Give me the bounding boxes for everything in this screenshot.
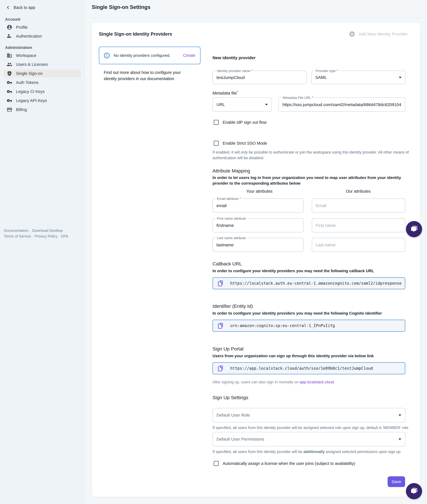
our-email-input[interactable] [315, 199, 402, 213]
chevron-down-icon [265, 104, 268, 106]
sidebar-item-label: Legacy API Keys [16, 98, 47, 103]
default-user-role-select[interactable]: Default User Role [213, 408, 405, 422]
identifier-description: In order to configure your identity prov… [213, 310, 409, 316]
back-to-app-button[interactable]: Back to app [6, 5, 35, 10]
sidebar-item-workspace[interactable]: Workspace [4, 52, 81, 60]
sidebar-item-label: Auth Tokens [16, 80, 38, 85]
footer-link-download-desktop[interactable]: Download Desktop [32, 228, 63, 233]
sign-up-portal-heading: Sign Up Portal [213, 346, 244, 352]
metadata-source-select[interactable]: URL [213, 97, 272, 112]
docs-note: Find out more about how to configure you… [104, 69, 193, 82]
copy-icon[interactable] [217, 322, 224, 329]
key-icon [7, 98, 12, 103]
default-user-role-help: If specified, all users from this identi… [213, 425, 409, 431]
sso-settings-card: Single Sign-on Identity Providers Add Ne… [92, 23, 420, 497]
app-localstack-cloud-link[interactable]: app.localstack.cloud [300, 380, 334, 384]
last-name-attribute-field: Last name attribute [213, 238, 304, 252]
account-circle-icon [7, 24, 12, 30]
callback-url-copybox[interactable]: https://localstack.auth.eu-central-1.ama… [213, 277, 405, 289]
idp-signout-row: Enable IdP sign out flow [214, 120, 267, 125]
sidebar-section-administration: Administration [5, 46, 32, 50]
footer-link-dpa[interactable]: DPA [61, 234, 68, 238]
metadata-source-value: URL [216, 102, 225, 107]
sidebar-item-authentication[interactable]: Authentication [4, 32, 81, 40]
perm-help-bold: additionally [304, 450, 325, 454]
footer-link-documentation[interactable]: Documentation [4, 228, 29, 233]
footer-link-privacy[interactable]: Privacy Policy [35, 234, 57, 238]
settings-sidebar: Back to app Account Profile Authenticati… [0, 0, 85, 504]
our-first-name-input[interactable] [315, 218, 402, 232]
email-attribute-input[interactable] [216, 199, 300, 213]
default-user-permissions-help: If specified, all users from this identi… [213, 449, 409, 455]
sign-up-portal-value: https://app.localstack.cloud/auth/sso/1e… [230, 366, 373, 371]
sidebar-item-users-licenses[interactable]: Users & Licenses [4, 61, 81, 68]
sidebar-item-label: Single Sign-on [16, 71, 43, 76]
identifier-heading: Identifier (Entity Id) [213, 303, 253, 309]
first-name-attribute-field: First name attribute [213, 218, 304, 232]
chat-widget-button[interactable] [406, 221, 422, 237]
identity-provider-name-input[interactable] [216, 71, 303, 84]
last-name-attribute-input[interactable] [216, 238, 300, 252]
callback-url-value: https://localstack.auth.eu-central-1.ama… [230, 281, 402, 286]
separator: · [31, 234, 35, 238]
chevron-down-icon [398, 414, 401, 416]
create-link[interactable]: Create [183, 53, 195, 58]
chat-widget-button[interactable] [406, 483, 422, 499]
email-attribute-field: Email attribute * [213, 198, 304, 213]
sidebar-item-label: Authentication [16, 34, 42, 39]
callback-url-heading: Callback URL [213, 261, 242, 267]
back-to-app-label: Back to app [14, 5, 35, 10]
chevron-down-icon [399, 77, 402, 78]
sidebar-item-billing[interactable]: Billing [4, 106, 81, 114]
metadata-file-url-field: Metadata File URL * [278, 97, 405, 112]
sidebar-item-legacy-ci-keys[interactable]: Legacy CI Keys [4, 88, 81, 95]
building-icon [7, 53, 12, 58]
sidebar-item-profile[interactable]: Profile [4, 23, 81, 31]
sidebar-item-single-sign-on[interactable]: Single Sign-on [4, 70, 81, 78]
sidebar-footer-links: Documentation·Download Desktop Terms of … [4, 228, 68, 239]
sidebar-item-auth-tokens[interactable]: Auth Tokens [4, 78, 81, 86]
sidebar-item-label: Workspace [16, 53, 36, 58]
our-last-name-input[interactable] [315, 238, 402, 252]
copy-icon[interactable] [217, 365, 224, 372]
metadata-file-url-input[interactable] [282, 98, 402, 112]
copy-icon[interactable] [217, 280, 224, 287]
default-user-role-value: Default User Role [216, 413, 250, 418]
metadata-file-heading: Metadata file* [213, 90, 238, 95]
credit-card-icon [7, 107, 12, 112]
first-name-attribute-input[interactable] [216, 218, 300, 232]
sidebar-item-label: Billing [16, 107, 27, 112]
page-title: Single Sign-on Settings [92, 4, 150, 10]
metadata-file-heading-text: Metadata file [213, 91, 237, 95]
chevron-down-icon [398, 438, 401, 440]
provider-type-select[interactable]: Provider type * SAML [311, 71, 405, 84]
sign-in-note: After signing up, users can also sign in… [213, 380, 334, 384]
our-first-name-field [312, 218, 405, 232]
auto-license-row: Automatically assign a license when the … [214, 461, 355, 466]
key-icon [7, 89, 12, 94]
strict-sso-checkbox[interactable] [214, 141, 219, 146]
callback-url-description: In order to configure your identity prov… [213, 268, 409, 274]
provider-type-value: SAML [315, 75, 327, 80]
default-user-permissions-select[interactable]: Default User Permissions [213, 432, 405, 446]
info-icon [104, 52, 110, 59]
alert-text: No identity providers configured. [114, 53, 170, 58]
plus-circle-icon [349, 31, 355, 37]
auto-license-checkbox[interactable] [214, 461, 219, 466]
identifier-copybox[interactable]: urn:amazon:cognito:sp:eu-central-1_IPnPs… [213, 320, 405, 332]
idp-signout-label: Enable IdP sign out flow [223, 120, 267, 125]
idp-signout-checkbox[interactable] [214, 120, 219, 125]
identity-provider-name-field: Identity provider name * [213, 71, 307, 84]
person-key-icon [7, 33, 12, 39]
attribute-mapping-heading: Attribute Mapping [213, 168, 250, 174]
footer-link-terms[interactable]: Terms of Service [4, 234, 31, 238]
add-new-identity-provider-button[interactable]: Add New Identity Provider [349, 31, 408, 37]
sign-up-portal-copybox[interactable]: https://app.localstack.cloud/auth/sso/1e… [213, 362, 405, 374]
sign-up-portal-description: Users from your organization can sign up… [213, 353, 409, 359]
sidebar-item-legacy-api-keys[interactable]: Legacy API Keys [4, 97, 81, 105]
your-attributes-column-header: Your attributes [231, 189, 288, 194]
auto-license-label: Automatically assign a license when the … [223, 461, 355, 466]
sign-up-settings-heading: Sign Up Settings [213, 395, 248, 400]
sign-in-note-text: After signing up, users can also sign in… [213, 380, 300, 384]
save-button[interactable]: Save [388, 476, 405, 487]
